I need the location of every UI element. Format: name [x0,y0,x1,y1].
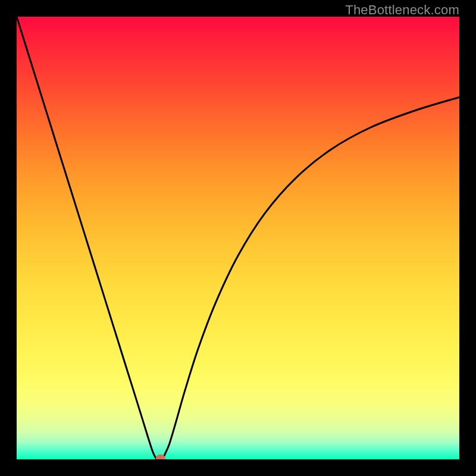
watermark-text: TheBottleneck.com [345,2,459,18]
chart-svg [17,17,459,459]
bottleneck-curve-line [17,17,459,459]
chart-plot-area [17,17,459,459]
